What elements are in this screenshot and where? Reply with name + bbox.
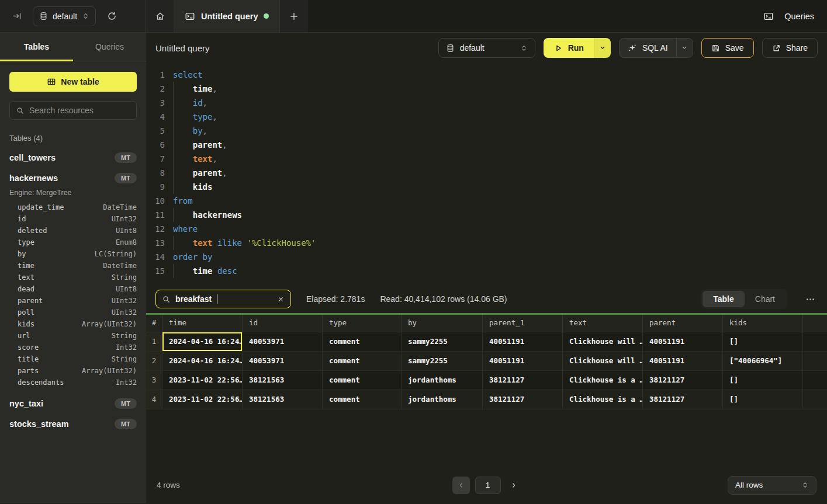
data-cell[interactable]: []: [723, 390, 803, 409]
sidebar-tab-queries[interactable]: Queries: [73, 33, 146, 61]
data-cell[interactable]: 40051191: [643, 352, 723, 371]
data-cell[interactable]: sammy2255: [402, 352, 483, 371]
column-header-id[interactable]: id: [243, 315, 323, 332]
data-cell[interactable]: comment: [323, 371, 402, 390]
collapse-sidebar-icon[interactable]: [8, 8, 26, 25]
data-cell[interactable]: jordanthoms: [402, 390, 483, 409]
sql-ai-button-group: SQL AI: [619, 38, 693, 58]
data-cell[interactable]: 2023-11-02 22:56…: [162, 390, 243, 409]
data-cell[interactable]: 40053971: [243, 352, 323, 371]
column-name: parts: [18, 367, 39, 375]
code-line-13[interactable]: 13 text ilike '%ClickHouse%': [146, 236, 827, 250]
column-header-by[interactable]: by: [402, 315, 483, 332]
data-cell[interactable]: jordanthoms: [402, 371, 483, 390]
code-line-3[interactable]: 3 id,: [146, 96, 827, 110]
next-page-button[interactable]: [506, 477, 521, 494]
data-cell[interactable]: []: [723, 332, 803, 352]
code-line-1[interactable]: 1select: [146, 68, 827, 82]
code-content: id,: [173, 96, 827, 110]
data-cell[interactable]: Clickhouse will …: [563, 352, 643, 371]
view-tab-chart[interactable]: Chart: [745, 291, 786, 307]
sidebar-table-cell_towers[interactable]: cell_towersMT: [9, 152, 137, 163]
column-header-parent_1[interactable]: parent_1: [483, 315, 563, 332]
data-cell[interactable]: []: [723, 371, 803, 390]
data-cell[interactable]: Clickhouse is a …: [563, 371, 643, 390]
sidebar-search-input[interactable]: Search resources: [9, 101, 137, 120]
sql-ai-options-button[interactable]: [676, 39, 693, 57]
column-row-parts: partsArray(UInt32): [9, 365, 137, 377]
data-cell[interactable]: comment: [323, 390, 402, 409]
column-row-url: urlString: [9, 330, 137, 342]
data-cell[interactable]: sammy2255: [402, 332, 483, 352]
line-number: 3: [146, 96, 173, 110]
queries-button[interactable]: Queries: [750, 0, 827, 32]
data-cell[interactable]: 38121127: [483, 371, 563, 390]
prev-page-button[interactable]: [452, 477, 470, 494]
sidebar-table-hackernews[interactable]: hackernewsMT: [9, 173, 137, 183]
data-cell[interactable]: 2023-11-02 22:56…: [162, 371, 243, 390]
code-line-15[interactable]: 15 time desc: [146, 264, 827, 278]
data-cell[interactable]: 40051191: [483, 352, 563, 371]
sql-ai-button[interactable]: SQL AI: [620, 39, 676, 57]
code-line-10[interactable]: 10from: [146, 194, 827, 208]
data-cell[interactable]: 2024-04-16 16:24…: [162, 352, 243, 371]
code-line-9[interactable]: 9 kids: [146, 180, 827, 194]
code-line-11[interactable]: 11 hackernews: [146, 208, 827, 222]
sidebar-table-nyc_taxi[interactable]: nyc_taxiMT: [9, 398, 137, 409]
chevron-updown-icon: [520, 44, 528, 52]
run-options-button[interactable]: [594, 38, 611, 58]
code-line-4[interactable]: 4 type,: [146, 110, 827, 124]
tab-untitled-query[interactable]: Untitled query: [174, 0, 280, 32]
data-cell[interactable]: comment: [323, 352, 402, 371]
view-tab-table[interactable]: Table: [703, 291, 745, 307]
code-line-6[interactable]: 6 parent,: [146, 138, 827, 152]
new-tab-button[interactable]: [280, 0, 308, 32]
data-cell[interactable]: Clickhouse is a …: [563, 390, 643, 409]
tables-section-label: Tables (4): [9, 134, 137, 142]
data-cell[interactable]: 40053971: [243, 332, 323, 352]
column-header-parent[interactable]: parent: [643, 315, 723, 332]
data-cell[interactable]: 40051191: [643, 332, 723, 352]
column-header-type[interactable]: type: [323, 315, 402, 332]
more-options-icon[interactable]: [802, 291, 818, 307]
column-header-text[interactable]: text: [563, 315, 643, 332]
save-button[interactable]: Save: [701, 38, 754, 58]
data-cell[interactable]: 38121563: [243, 390, 323, 409]
data-cell[interactable]: 38121127: [483, 390, 563, 409]
data-cell[interactable]: 40051191: [483, 332, 563, 352]
code-line-8[interactable]: 8 parent,: [146, 166, 827, 180]
data-cell[interactable]: 38121127: [643, 390, 723, 409]
run-button[interactable]: Run: [544, 38, 594, 58]
code-line-7[interactable]: 7 text,: [146, 152, 827, 166]
sidebar-table-stocks_stream[interactable]: stocks_streamMT: [9, 419, 137, 429]
refresh-icon[interactable]: [103, 8, 120, 25]
data-cell[interactable]: ["40066964"]: [723, 352, 803, 371]
share-button[interactable]: Share: [762, 38, 818, 58]
home-button[interactable]: [146, 0, 174, 32]
engine-label: Engine: MergeTree: [9, 189, 137, 197]
results-search-input[interactable]: breakfast: [155, 290, 291, 308]
code-line-2[interactable]: 2 time,: [146, 82, 827, 96]
sidebar-tab-tables[interactable]: Tables: [0, 33, 73, 61]
column-header-kids[interactable]: kids: [723, 315, 803, 332]
database-selector-topbar[interactable]: default: [33, 6, 96, 26]
data-cell[interactable]: 38121127: [643, 371, 723, 390]
sql-editor[interactable]: 1select2 time,3 id,4 type,5 by,6 parent,…: [146, 63, 827, 285]
data-cell[interactable]: 38121563: [243, 371, 323, 390]
new-table-button[interactable]: New table: [9, 72, 137, 92]
sidebar-table-list: cell_towersMThackernewsMTEngine: MergeTr…: [9, 152, 137, 429]
code-line-5[interactable]: 5 by,: [146, 124, 827, 138]
database-selector-toolbar[interactable]: default: [438, 38, 535, 58]
page-size-selector[interactable]: All rows: [728, 476, 816, 495]
line-number: 7: [146, 152, 173, 166]
column-header-index[interactable]: #: [146, 315, 162, 332]
data-cell[interactable]: comment: [323, 332, 402, 352]
page-number-input[interactable]: 1: [475, 477, 501, 494]
column-header-time[interactable]: time: [162, 315, 243, 332]
clear-search-icon[interactable]: [277, 296, 285, 303]
code-line-12[interactable]: 12where: [146, 222, 827, 236]
code-line-14[interactable]: 14order by: [146, 250, 827, 264]
data-cell[interactable]: Clickhouse will …: [563, 332, 643, 352]
data-cell[interactable]: 2024-04-16 16:24…: [162, 332, 243, 352]
sql-ai-label: SQL AI: [642, 43, 668, 53]
